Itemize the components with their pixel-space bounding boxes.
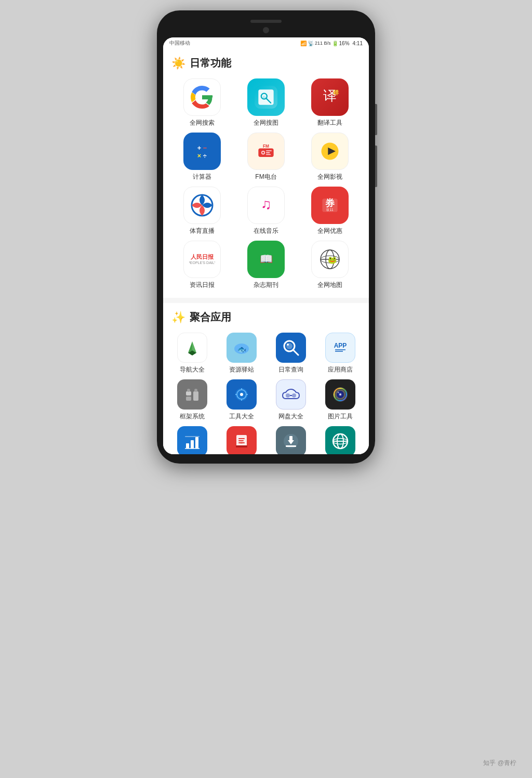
svg-text:+: + [197,144,201,152]
app-framework-label: 框架系统 [180,412,205,421]
phone-shell: 中国移动 📶 📡 211 B/s 🔋 16% 4:11 ☀️ 日常功能 [157,10,375,464]
app-search[interactable]: 全网搜索 [171,78,232,127]
svg-point-49 [187,389,190,392]
svg-point-59 [292,393,296,398]
app-coupon[interactable]: 券 双11 全网优惠 [300,187,361,235]
svg-text:✏: ✏ [240,441,243,445]
app-magazine-icon: 📖 [247,241,285,278]
app-map[interactable]: 🐸 全网地图 [300,241,361,289]
app-photo-label: 图片工具 [328,412,353,421]
svg-point-50 [194,389,197,392]
svg-rect-81 [289,436,292,441]
app-music-label: 在线音乐 [254,227,278,235]
aggregate-icon: ✨ [171,311,185,324]
svg-text:−: − [203,144,207,152]
app-calculator-label: 计算器 [193,173,211,181]
svg-text:双11: 双11 [327,208,334,212]
app-coupon-icon: 券 双11 [311,187,349,224]
svg-rect-15 [266,152,270,153]
app-learn[interactable]: ✏ 学习大全 [218,426,265,454]
app-learn-icon: ✏ [227,426,257,454]
app-news[interactable]: 人民日报 PEOPLE'S DAILY 资讯日报 [171,241,232,289]
app-framework[interactable]: 框架系统 [168,379,216,421]
app-nav[interactable]: 导航大全 [168,333,216,374]
watermark: 知乎 @青柠 [483,759,516,768]
section-divider [163,298,369,303]
app-magazine-label: 杂志期刊 [254,281,278,289]
app-query-icon [276,333,306,363]
daily-title: 日常功能 [190,56,231,70]
app-video-label: 全网影视 [317,173,342,181]
screen-content[interactable]: ☀️ 日常功能 全网搜索 [163,49,369,454]
app-fm[interactable]: FM FM电台 [235,133,296,181]
svg-text:♫: ♫ [261,196,272,212]
phone-screen: 中国移动 📶 📡 211 B/s 🔋 16% 4:11 ☀️ 日常功能 [163,37,369,454]
speed-text: 211 B/s [315,41,331,46]
svg-text:PEOPLE'S DAILY: PEOPLE'S DAILY [189,261,215,265]
app-data[interactable]: 数据中心 [168,426,216,454]
app-appstore[interactable]: APP 应用商店 [316,333,364,374]
svg-text:📖: 📖 [259,253,273,265]
svg-point-66 [337,392,339,393]
svg-rect-70 [195,437,198,449]
app-appstore-icon: APP [325,333,355,363]
svg-rect-14 [266,150,272,151]
svg-rect-71 [185,436,200,437]
daily-section-header: ☀️ 日常功能 [163,49,369,74]
status-right: 📶 📡 211 B/s 🔋 16% 4:11 [300,41,363,46]
svg-text:FM: FM [263,144,269,149]
app-tools-label: 工具大全 [229,412,254,421]
app-download-icon [276,426,306,454]
svg-text:🐟: 🐟 [237,345,246,354]
app-nav-icon [177,333,207,363]
app-framework-icon [177,379,207,410]
app-music[interactable]: ♫ 在线音乐 [235,187,296,235]
app-resource-label: 资源驿站 [229,365,254,374]
app-sports-label: 体育直播 [190,227,215,235]
app-netdisk[interactable]: 网盘大全 [267,379,314,421]
svg-text:祥: 祥 [332,89,339,96]
svg-text:🐸: 🐸 [328,256,337,265]
app-download[interactable]: 下载专区 [267,426,314,454]
svg-rect-74 [238,438,245,439]
status-bar: 中国移动 📶 📡 211 B/s 🔋 16% 4:11 [163,37,369,49]
app-search-label: 全网搜索 [190,118,215,127]
svg-point-58 [286,393,290,398]
app-video[interactable]: 全网影视 [300,133,361,181]
carrier-text: 中国移动 [169,39,190,47]
app-translate-icon: 译 祥 [311,78,349,116]
svg-text:÷: ÷ [203,152,206,160]
volume-button [375,146,377,187]
power-button [375,104,377,135]
app-photo[interactable]: 图片工具 [316,379,364,421]
app-tools[interactable]: 工具大全 [218,379,265,421]
app-netdisk-icon [276,379,306,410]
app-data-icon [177,426,207,454]
svg-point-42 [287,344,289,346]
app-image-search-icon: ☺ [247,78,285,116]
app-calculator[interactable]: + − × ÷ 计算器 [171,133,232,181]
svg-rect-68 [186,443,189,449]
battery-text: 16% [339,41,350,46]
app-resource[interactable]: 🐟 资源驿站 [218,333,265,374]
app-map-label: 全网地图 [317,281,342,289]
wifi-icon: 📡 [308,41,314,46]
app-query-label: 日常查询 [278,365,303,374]
app-image-search-label: 全网搜图 [254,118,278,127]
daily-app-grid: 全网搜索 ☺ 全网搜图 [163,74,369,298]
svg-rect-48 [193,391,198,401]
daily-icon: ☀️ [171,57,185,70]
aggregate-section-header: ✨ 聚合应用 [163,303,369,328]
app-sports[interactable]: 体育直播 [171,187,232,235]
svg-text:券: 券 [325,197,335,208]
app-translate[interactable]: 译 祥 翻译工具 [300,78,361,127]
app-query[interactable]: 日常查询 [267,333,314,374]
app-image-search[interactable]: ☺ 全网搜图 [235,78,296,127]
svg-rect-69 [191,440,194,449]
app-video-icon [311,133,349,170]
app-coupon-label: 全网优惠 [317,227,342,235]
app-fm-icon: FM [247,133,285,170]
app-browser[interactable]: 全球浏览 [316,426,364,454]
app-magazine[interactable]: 📖 杂志期刊 [235,241,296,289]
app-news-icon: 人民日报 PEOPLE'S DAILY [183,241,221,278]
